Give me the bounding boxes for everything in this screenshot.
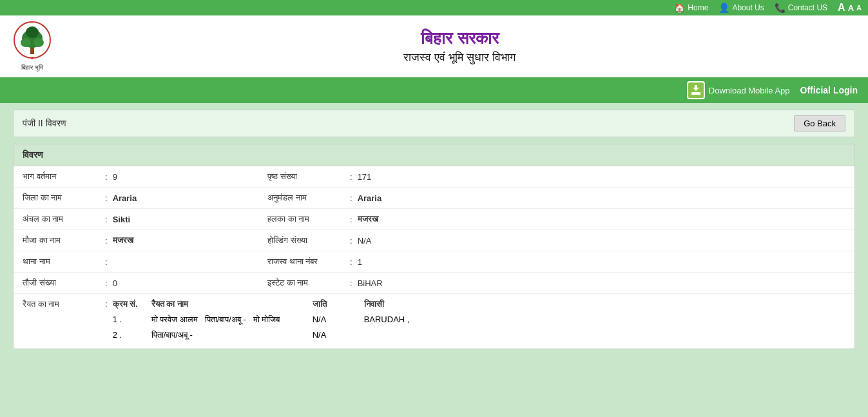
header-titles: बिहार सरकार राजस्व एवं भूमि सुधार विभाग — [64, 28, 855, 64]
anchal-label: अंचल का नाम — [23, 214, 100, 224]
page-header: पंजी II विवरण Go Back — [13, 110, 855, 137]
mouza-label: मौजा का नाम — [23, 235, 100, 246]
raiyat-label: रैयत का नाम — [23, 299, 100, 309]
thana-label: थाना नाम — [23, 257, 100, 267]
entry-2-serial: 2 . — [113, 330, 151, 340]
font-size-controls: A A A — [838, 3, 862, 13]
jila-value: Araria — [113, 193, 137, 203]
entry-2-name: पिता/बाप/अबू - — [151, 330, 313, 340]
col-caste: जाति — [313, 299, 364, 309]
entry-2-resident — [364, 330, 429, 340]
raiyat-table-header: क्रम सं. रैयत का नाम जाति निवासी — [113, 299, 845, 312]
svg-point-3 — [21, 38, 31, 47]
green-bar: Download Mobile App Official Login — [0, 77, 868, 103]
top-navigation: 🏠 Home 👤 About Us 📞 Contact US A A A — [0, 0, 868, 15]
mouza-value: मजरख — [113, 235, 133, 246]
official-login-link[interactable]: Official Login — [800, 85, 858, 95]
font-increase-btn[interactable]: A — [838, 3, 845, 13]
download-icon — [687, 81, 705, 99]
anumandal-label: अनुमंडल नाम — [267, 193, 345, 203]
detail-row-tauji: तौजी संख्या : 0 इस्टेट का नाम : BiHAR — [14, 273, 854, 294]
logo-text: बिहार भूमि — [21, 64, 43, 72]
raiyat-entry-1: 1 . मो परवेज आलम पिता/बाप/अबू - मो मोजिब… — [113, 312, 845, 327]
entry-1-resident: BARUDAH , — [364, 315, 429, 325]
prushtha-value: 171 — [358, 172, 372, 182]
details-content: भाग वर्तमान : 9 पृष्ठ संख्या : 171 जिला … — [14, 166, 854, 349]
details-box: विवरण भाग वर्तमान : 9 पृष्ठ संख्या : 171… — [13, 144, 855, 349]
detail-row-mouza: मौजा का नाम : मजरख होल्डिंग संख्या : N/A — [14, 230, 854, 251]
estate-label: इस्टेट का नाम — [267, 278, 345, 288]
about-label: About Us — [732, 3, 764, 12]
col-resident: निवासी — [364, 299, 429, 309]
contact-label: Contact US — [788, 3, 827, 12]
raiyat-entry-2: 2 . पिता/बाप/अबू - N/A — [113, 327, 845, 343]
rajasva-label: राजस्व थाना नंबर — [267, 257, 345, 267]
home-label: Home — [688, 3, 708, 12]
detail-row-jila: जिला का नाम : Araria अनुमंडल नाम : Arari… — [14, 188, 854, 209]
holding-value: N/A — [358, 236, 372, 246]
detail-row-anchal: अंचल का नाम : Sikti हलका का नाम : मजरख — [14, 209, 854, 230]
halka-value: मजरख — [358, 214, 378, 224]
entry-1-caste: N/A — [313, 315, 364, 325]
rajasva-value: 1 — [358, 257, 362, 267]
main-content: पंजी II विवरण Go Back विवरण भाग वर्तमान … — [0, 103, 868, 356]
download-app-link[interactable]: Download Mobile App — [687, 81, 790, 99]
entry-1-name: मो परवेज आलम पिता/बाप/अबू - मो मोजिब — [151, 315, 313, 325]
font-normal-btn[interactable]: A — [848, 4, 854, 12]
about-icon: 👤 — [719, 3, 729, 13]
contact-link[interactable]: 📞 Contact US — [775, 3, 827, 13]
col-serial: क्रम सं. — [113, 299, 151, 309]
raiyat-row: रैयत का नाम : क्रम सं. रैयत का नाम जाति … — [14, 294, 854, 349]
entry-2-caste: N/A — [313, 330, 364, 340]
detail-row-bhag: भाग वर्तमान : 9 पृष्ठ संख्या : 171 — [14, 166, 854, 188]
anumandal-value: Araria — [358, 193, 382, 203]
go-back-button[interactable]: Go Back — [794, 115, 845, 131]
page-title: पंजी II विवरण — [23, 118, 66, 129]
logo-area: बिहार भूमि — [13, 21, 52, 72]
prushtha-label: पृष्ठ संख्या — [267, 171, 345, 182]
site-header: बिहार भूमि बिहार सरकार राजस्व एवं भूमि स… — [0, 15, 868, 77]
tauji-label: तौजी संख्या — [23, 278, 100, 288]
tauji-value: 0 — [113, 278, 117, 288]
raiyat-table: क्रम सं. रैयत का नाम जाति निवासी 1 . मो … — [113, 299, 845, 343]
holding-label: होल्डिंग संख्या — [267, 235, 345, 246]
about-link[interactable]: 👤 About Us — [719, 3, 764, 13]
col-name: रैयत का नाम — [151, 299, 313, 309]
jila-label: जिला का नाम — [23, 193, 100, 203]
bhag-label: भाग वर्तमान — [23, 171, 100, 182]
entry-1-serial: 1 . — [113, 315, 151, 325]
main-title: बिहार सरकार — [64, 28, 855, 48]
svg-point-5 — [26, 26, 39, 38]
svg-point-6 — [31, 57, 34, 59]
contact-icon: 📞 — [775, 3, 786, 13]
bihar-logo — [13, 21, 52, 63]
home-link[interactable]: 🏠 Home — [674, 3, 708, 13]
svg-rect-7 — [691, 92, 700, 95]
anchal-value: Sikti — [113, 215, 130, 224]
detail-row-thana: थाना नाम : राजस्व थाना नंबर : 1 — [14, 251, 854, 273]
estate-value: BiHAR — [358, 278, 383, 288]
halka-label: हलका का नाम — [267, 214, 345, 224]
svg-rect-9 — [695, 85, 697, 90]
bhag-value: 9 — [113, 172, 117, 182]
sub-title: राजस्व एवं भूमि सुधार विभाग — [64, 51, 855, 64]
home-icon: 🏠 — [674, 3, 685, 13]
font-decrease-btn[interactable]: A — [856, 5, 862, 12]
details-header: विवरण — [14, 144, 854, 166]
svg-point-4 — [34, 38, 44, 47]
download-label: Download Mobile App — [709, 86, 790, 95]
